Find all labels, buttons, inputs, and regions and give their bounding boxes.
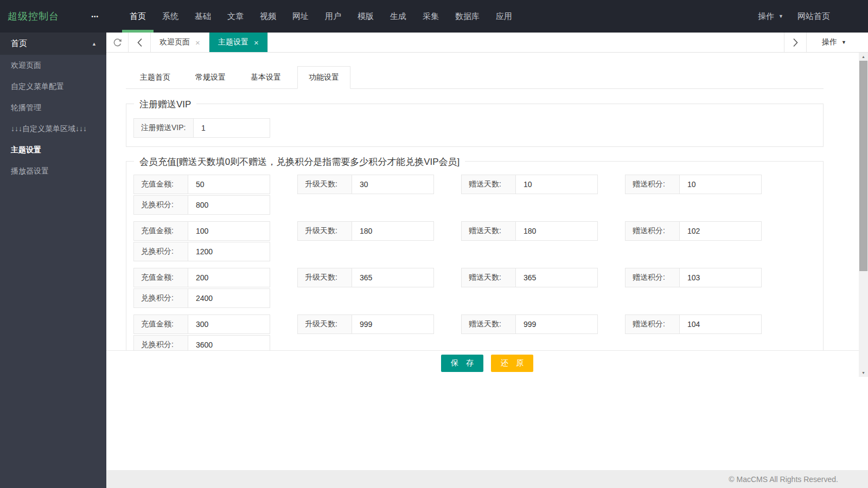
chevron-down-icon: ▼ xyxy=(778,14,783,19)
field-label: 赠送天数: xyxy=(462,222,516,240)
chevron-right-icon xyxy=(793,38,799,47)
tab-label: 主题设置 xyxy=(218,37,248,47)
register-vip-input[interactable] xyxy=(194,119,270,137)
field-label: 赠送天数: xyxy=(462,315,516,333)
amount-input[interactable] xyxy=(188,315,270,333)
chevron-left-icon xyxy=(137,38,143,47)
form-scroll-area: 主题首页 常规设置 基本设置 功能设置 注册赠送VIP 注册赠送VIP: 会员充… xyxy=(106,53,868,350)
vip-tier-row-1: 充值金额: 兑换积分: 升级天数: 赠送天数: 赠送积分: xyxy=(133,175,816,215)
field-label: 兑换积分: xyxy=(134,289,188,307)
vertical-scrollbar[interactable]: ▲ ▼ xyxy=(859,53,868,377)
sidebar: 首页 ▲ 欢迎页面 自定义菜单配置 轮播管理 ↓↓↓自定义菜单区域↓↓↓ 主题设… xyxy=(0,33,106,488)
upgrade-days-input[interactable] xyxy=(352,222,433,240)
field-label: 兑换积分: xyxy=(134,242,188,261)
sidebar-item-theme-settings[interactable]: 主题设置 xyxy=(0,139,106,160)
scroll-tabs-left-button[interactable] xyxy=(129,33,151,52)
site-home-link[interactable]: 网站首页 xyxy=(797,11,830,22)
exchange-points-input[interactable] xyxy=(188,196,270,214)
gift-days-input[interactable] xyxy=(516,175,597,194)
fieldset-legend: 会员充值[赠送天数填0则不赠送，兑换积分是指需要多少积分才能兑换VIP会员] xyxy=(134,156,465,168)
topbar-action-dropdown[interactable]: 操作 ▼ xyxy=(758,11,783,22)
refresh-button[interactable] xyxy=(106,33,129,52)
field-label: 充值金额: xyxy=(134,222,188,240)
gift-days-input[interactable] xyxy=(516,222,597,240)
gift-points-input[interactable] xyxy=(680,175,761,194)
topnav-item-app[interactable]: 应用 xyxy=(488,0,520,33)
save-button[interactable]: 保 存 xyxy=(441,355,483,372)
gift-points-input[interactable] xyxy=(680,222,761,240)
exchange-points-input[interactable] xyxy=(188,289,270,307)
sidebar-item-welcome[interactable]: 欢迎页面 xyxy=(0,55,106,76)
chevron-down-icon: ▼ xyxy=(841,40,846,45)
field-label: 升级天数: xyxy=(298,175,352,194)
topnav-item-user[interactable]: 用户 xyxy=(317,0,349,33)
tabbar-action-dropdown[interactable]: 操作 ▼ xyxy=(806,33,868,52)
sidebar-item-player-settings[interactable]: 播放器设置 xyxy=(0,160,106,182)
tab-general-settings[interactable]: 常规设置 xyxy=(187,67,234,88)
topnav-item-template[interactable]: 模版 xyxy=(350,0,381,33)
field-label: 兑换积分: xyxy=(134,196,188,214)
vip-tier-row-2: 充值金额: 兑换积分: 升级天数: 赠送天数: 赠送积分: xyxy=(133,221,816,261)
footer: © MacCMS All Rights Reserved. xyxy=(106,470,868,488)
vip-tier-row-3: 充值金额: 兑换积分: 升级天数: 赠送天数: 赠送积分: xyxy=(133,268,816,308)
tab-basic-settings[interactable]: 基本设置 xyxy=(242,67,290,88)
main-area: 欢迎页面 × 主题设置 × 操作 ▼ 主题首页 常规设置 基本设置 xyxy=(106,33,868,488)
restore-button[interactable]: 还 原 xyxy=(491,355,533,372)
brand-area: 超级控制台 ••• xyxy=(0,0,106,33)
gift-days-input[interactable] xyxy=(516,268,597,287)
topnav-item-article[interactable]: 文章 xyxy=(220,0,251,33)
tab-function-settings[interactable]: 功能设置 xyxy=(297,66,350,89)
field-label: 注册赠送VIP: xyxy=(134,119,194,137)
fieldset-register-vip: 注册赠送VIP 注册赠送VIP: xyxy=(126,104,824,147)
tab-theme-home[interactable]: 主题首页 xyxy=(131,67,179,88)
tab-theme-settings[interactable]: 主题设置 × xyxy=(209,33,268,52)
scroll-tabs-right-button[interactable] xyxy=(784,33,806,52)
close-icon[interactable]: × xyxy=(195,38,200,47)
topbar-action-label: 操作 xyxy=(758,11,774,22)
field-label: 充值金额: xyxy=(134,268,188,287)
top-nav: 首页 系统 基础 文章 视频 网址 用户 模版 生成 采集 数据库 应用 xyxy=(122,0,520,33)
topbar: 超级控制台 ••• 首页 系统 基础 文章 视频 网址 用户 模版 生成 采集 … xyxy=(0,0,868,33)
scroll-up-arrow[interactable]: ▲ xyxy=(859,53,868,61)
scroll-down-arrow[interactable]: ▼ xyxy=(859,369,868,377)
amount-input[interactable] xyxy=(188,175,270,194)
gift-points-input[interactable] xyxy=(680,315,761,333)
field-label: 升级天数: xyxy=(298,268,352,287)
field-label: 赠送天数: xyxy=(462,268,516,287)
sidebar-item-carousel[interactable]: 轮播管理 xyxy=(0,97,106,118)
upgrade-days-input[interactable] xyxy=(352,268,433,287)
topnav-item-generate[interactable]: 生成 xyxy=(382,0,414,33)
field-label: 赠送积分: xyxy=(626,175,680,194)
close-icon[interactable]: × xyxy=(254,38,259,47)
amount-input[interactable] xyxy=(188,268,270,287)
amount-input[interactable] xyxy=(188,222,270,240)
topnav-item-website[interactable]: 网址 xyxy=(285,0,316,33)
upgrade-days-input[interactable] xyxy=(352,315,433,333)
upgrade-days-input[interactable] xyxy=(352,175,433,194)
ellipsis-menu-icon[interactable]: ••• xyxy=(91,14,99,20)
gift-points-input[interactable] xyxy=(680,268,761,287)
field-label: 充值金额: xyxy=(134,315,188,333)
exchange-points-input[interactable] xyxy=(188,336,270,350)
scrollbar-thumb[interactable] xyxy=(859,61,867,271)
gift-days-input[interactable] xyxy=(516,315,597,333)
topnav-item-collect[interactable]: 采集 xyxy=(415,0,446,33)
tabbar-action-label: 操作 xyxy=(822,37,837,47)
form-actions: 保 存 还 原 xyxy=(106,350,868,377)
topnav-item-home[interactable]: 首页 xyxy=(122,0,154,33)
window-tabbar: 欢迎页面 × 主题设置 × 操作 ▼ xyxy=(106,33,868,53)
tabbar-right: 操作 ▼ xyxy=(784,33,868,52)
topnav-item-database[interactable]: 数据库 xyxy=(448,0,487,33)
topnav-item-system[interactable]: 系统 xyxy=(155,0,186,33)
sidebar-item-custom-menu-area[interactable]: ↓↓↓自定义菜单区域↓↓↓ xyxy=(0,118,106,139)
exchange-points-input[interactable] xyxy=(188,242,270,261)
topnav-item-basic[interactable]: 基础 xyxy=(187,0,219,33)
tab-label: 欢迎页面 xyxy=(159,37,190,47)
topnav-item-video[interactable]: 视频 xyxy=(252,0,284,33)
tab-welcome-page[interactable]: 欢迎页面 × xyxy=(151,33,209,52)
sidebar-item-custom-menu-config[interactable]: 自定义菜单配置 xyxy=(0,76,106,97)
brand-title: 超级控制台 xyxy=(8,10,59,23)
sidebar-section-home[interactable]: 首页 ▲ xyxy=(0,33,106,55)
chevron-up-icon: ▲ xyxy=(92,41,97,47)
field-label: 升级天数: xyxy=(298,315,352,333)
